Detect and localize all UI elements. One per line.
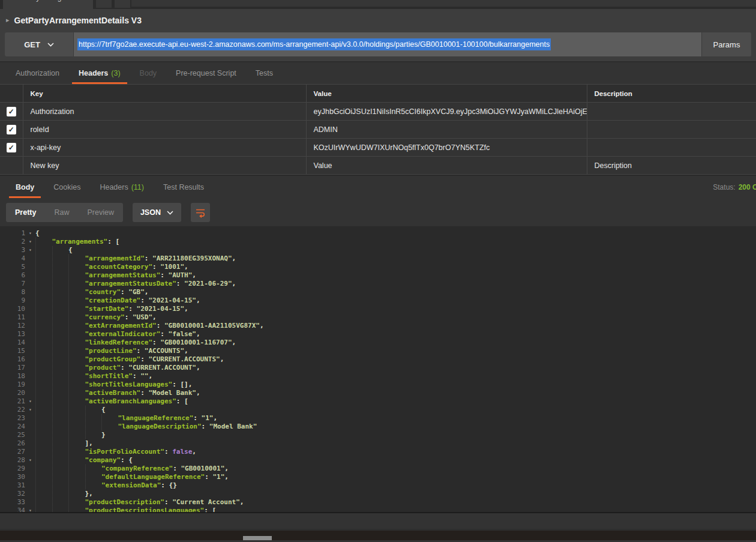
code-line[interactable]: 22▾ { [0,406,756,414]
fold-spacer [25,305,35,313]
method-select[interactable]: GET [5,32,74,56]
code-text: "arrangementId": "ARR21180EG395XONAQ", [35,254,756,263]
code-line[interactable]: 32 }, [0,490,756,498]
view-mode-raw[interactable]: Raw [45,203,78,222]
code-line[interactable]: 20 "activeBranch": "Model Bank", [0,389,756,397]
code-line[interactable]: 5 "accountCategory": "1001", [0,263,756,271]
new-description-input[interactable]: Description [587,157,756,175]
bottom-band [0,513,756,529]
view-mode-preview[interactable]: Preview [78,203,122,222]
response-tab-cookies[interactable]: Cookies [44,176,90,198]
code-text: "companyReference": "GB0010001", [35,465,756,473]
fold-spacer [25,423,35,431]
request-tab-tests[interactable]: Tests [246,62,283,84]
code-line[interactable]: 31 "extensionData": {} [0,481,756,490]
code-line[interactable]: 16 "productGroup": "CURRENT.ACCOUNTS", [0,355,756,364]
code-line[interactable]: 10 "startDate": "2021-04-15", [0,305,756,313]
response-tab-body[interactable]: Body [6,176,44,198]
code-line[interactable]: 8 "country": "GB", [0,288,756,297]
headers-table-header: KeyValueDescription [0,85,756,103]
code-text: "productGroup": "CURRENT.ACCOUNTS", [35,355,756,364]
header-value-cell[interactable]: ADMIN [306,121,587,139]
header-description-cell[interactable] [587,121,756,139]
code-line[interactable]: 15 "productLine": "ACCOUNTS", [0,347,756,355]
collapse-request-icon[interactable]: ▸ [6,16,10,24]
fold-icon[interactable]: ▾ [25,246,35,254]
request-tab-body[interactable]: Body [130,62,167,84]
line-number: 10 [0,305,25,313]
line-number: 16 [0,355,25,364]
code-line[interactable]: 12 "extArrangementId": "GB0010001-AA2110… [0,322,756,330]
code-line[interactable]: 25 } [0,431,756,439]
line-number: 25 [0,431,25,439]
row-checkbox[interactable]: ✓ [7,107,16,116]
fold-icon[interactable]: ▾ [25,507,35,513]
line-number: 20 [0,389,25,397]
request-tab-authorization[interactable]: Authorization [6,62,69,84]
code-text: "arrangementStatusDate": "2021-06-29", [35,280,756,288]
header-key-cell[interactable]: Authorization [23,103,306,121]
fold-icon[interactable]: ▾ [25,397,35,406]
fold-icon[interactable]: ▾ [25,229,35,238]
request-tab-pre-request-script[interactable]: Pre-request Script [166,62,246,84]
fold-icon[interactable]: ▾ [25,238,35,246]
format-select[interactable]: JSON [133,203,181,222]
code-line[interactable]: 2▾ "arrangements": [ [0,238,756,246]
code-line[interactable]: 9 "creationDate": "2021-04-15", [0,297,756,305]
code-line[interactable]: 24 "languageDescription": "Model Bank" [0,423,756,431]
fold-icon[interactable]: ▾ [25,456,35,465]
header-key-cell[interactable]: x-api-key [23,139,306,157]
line-number: 34 [0,507,25,513]
code-line[interactable]: 23 "languageReference": "1", [0,414,756,423]
code-text: "country": "GB", [35,288,756,297]
header-value-cell[interactable]: KOzUIrWYwUDW7IXUrNOq5flTx0Q7brO7YN5KTZfc [306,139,587,157]
response-body-editor[interactable]: 1▾{2▾ "arrangements": [3▾ {4 "arrangemen… [0,226,756,513]
code-line[interactable]: 7 "arrangementStatusDate": "2021-06-29", [0,280,756,288]
fold-spacer [25,481,35,490]
code-text: "defaultLanguageReference": "1", [35,473,756,481]
code-line[interactable]: 11 "currency": "USD", [0,313,756,322]
line-number: 12 [0,322,25,330]
code-line[interactable]: 19 "shortTitlesLanguages": [], [0,381,756,389]
code-line[interactable]: 27 "isPortFolioAccount": false, [0,448,756,456]
url-bar: GET https://7trf7go2ae.execute-api.eu-we… [5,32,751,56]
code-line[interactable]: 17 "product": "CURRENT.ACCOUNT", [0,364,756,372]
header-description-cell[interactable] [587,139,756,157]
code-line[interactable]: 13 "externalIndicator": "false", [0,330,756,339]
new-value-input[interactable]: Value [306,157,587,175]
params-button[interactable]: Params [701,32,751,56]
wrap-text-button[interactable] [191,203,210,222]
view-mode-pretty[interactable]: Pretty [6,203,45,222]
row-checkbox[interactable]: ✓ [7,143,16,152]
code-line[interactable]: 34▾ "productDescriptionsLanguages": [ [0,507,756,513]
header-description-cell[interactable] [587,103,756,121]
code-line[interactable]: 30 "defaultLanguageReference": "1", [0,473,756,481]
code-line[interactable]: 26 ], [0,439,756,448]
code-line[interactable]: 29 "companyReference": "GB0010001", [0,465,756,473]
code-line[interactable]: 14 "linkedReference": "GB0010001-116707"… [0,339,756,347]
request-tab[interactable]: GetPartyArrangementDetails V3 [3,0,93,9]
code-line[interactable]: 1▾{ [0,229,756,238]
row-checkbox[interactable]: ✓ [7,125,16,134]
request-tab-headers[interactable]: Headers(3) [69,62,130,84]
line-number: 15 [0,347,25,355]
new-tab-button[interactable] [96,0,112,8]
code-line[interactable]: 21▾ "activeBranchLanguages": [ [0,397,756,406]
fold-icon[interactable]: ▾ [25,406,35,414]
code-line[interactable]: 18 "shortTitle": "", [0,372,756,381]
header-value-cell[interactable]: eyJhbGciOiJSUzI1NiIsInR5cCI6IkpXVCJ9.eyJ… [306,103,587,121]
code-line[interactable]: 6 "arrangementStatus": "AUTH", [0,271,756,280]
header-key-cell[interactable]: roleId [23,121,306,139]
url-input[interactable]: https://7trf7go2ae.execute-api.eu-west-2… [74,32,701,56]
fold-spacer [25,448,35,456]
code-line[interactable]: 33 "productDescription": "Current Accoun… [0,498,756,507]
code-line[interactable]: 4 "arrangementId": "ARR21180EG395XONAQ", [0,254,756,263]
code-text: "productLine": "ACCOUNTS", [35,347,756,355]
new-key-input[interactable]: New key [23,157,306,175]
code-line[interactable]: 28▾ "company": { [0,456,756,465]
response-tab-test-results[interactable]: Test Results [154,176,214,198]
taskbar-item[interactable] [243,536,272,540]
code-line[interactable]: 3▾ { [0,246,756,254]
response-tab-headers[interactable]: Headers(11) [90,176,154,198]
tab-options-button[interactable] [115,0,130,8]
